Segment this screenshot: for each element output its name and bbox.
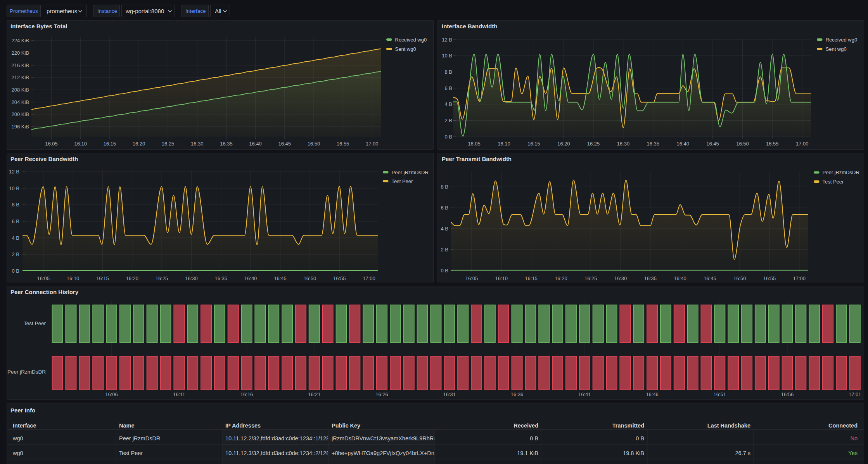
svg-text:Peer Receive Bandwidth: Peer Receive Bandwidth — [10, 156, 78, 162]
svg-text:Peer Connection History: Peer Connection History — [10, 289, 79, 295]
svg-text:216 KiB: 216 KiB — [11, 62, 29, 68]
svg-text:16:25: 16:25 — [587, 141, 600, 147]
svg-text:208 KiB: 208 KiB — [11, 87, 29, 93]
svg-text:16:55: 16:55 — [337, 141, 349, 147]
svg-text:16:45: 16:45 — [278, 141, 291, 147]
svg-text:8 B: 8 B — [441, 184, 448, 190]
svg-text:Test Peer: Test Peer — [119, 450, 143, 456]
svg-text:4 B: 4 B — [12, 235, 19, 241]
svg-text:Test Peer: Test Peer — [823, 179, 844, 185]
svg-text:16:35: 16:35 — [647, 141, 660, 147]
svg-text:204 KiB: 204 KiB — [11, 99, 29, 105]
svg-text:17:00: 17:00 — [796, 141, 809, 147]
svg-text:16:26: 16:26 — [375, 391, 388, 397]
svg-text:16:20: 16:20 — [133, 141, 145, 147]
svg-text:Interface: Interface — [13, 422, 36, 429]
svg-text:16:20: 16:20 — [557, 141, 570, 147]
svg-text:12 B: 12 B — [442, 37, 452, 43]
svg-text:16:36: 16:36 — [511, 391, 524, 397]
svg-text:16:25: 16:25 — [584, 275, 597, 281]
svg-text:16:50: 16:50 — [304, 275, 316, 281]
svg-text:8 B: 8 B — [12, 202, 19, 208]
svg-text:16:30: 16:30 — [617, 141, 630, 147]
svg-text:19.8 KiB: 19.8 KiB — [623, 450, 644, 456]
svg-text:196 KiB: 196 KiB — [11, 124, 29, 130]
svg-text:17:00: 17:00 — [363, 275, 375, 281]
svg-text:Received: Received — [514, 422, 538, 429]
svg-text:200 KiB: 200 KiB — [11, 111, 29, 117]
svg-text:0 B: 0 B — [636, 435, 644, 441]
svg-text:16:05: 16:05 — [468, 141, 481, 147]
svg-text:wg0: wg0 — [12, 435, 23, 441]
svg-text:16:40: 16:40 — [244, 275, 257, 281]
svg-text:17:00: 17:00 — [366, 141, 379, 147]
svg-text:16:11: 16:11 — [173, 391, 185, 397]
svg-text:Peer jRzmDsDR: Peer jRzmDsDR — [823, 170, 859, 175]
svg-text:Peer jRzmDsDR: Peer jRzmDsDR — [7, 369, 46, 375]
svg-text:2 B: 2 B — [444, 118, 452, 123]
svg-text:16:40: 16:40 — [676, 141, 689, 147]
svg-text:16:06: 16:06 — [105, 391, 118, 397]
svg-text:16:20: 16:20 — [555, 275, 567, 281]
svg-text:19.1 KiB: 19.1 KiB — [517, 450, 538, 456]
svg-text:10.11.12.3/32,fdfd:d3ad:c0de:1: 10.11.12.3/32,fdfd:d3ad:c0de:1234::2/128 — [225, 450, 329, 456]
svg-text:16:25: 16:25 — [162, 141, 175, 147]
svg-text:16:30: 16:30 — [614, 275, 627, 281]
svg-text:16:15: 16:15 — [96, 275, 109, 281]
svg-text:10.11.12.2/32,fdfd:d3ad:c0de:1: 10.11.12.2/32,fdfd:d3ad:c0de:1234::1/128 — [225, 435, 329, 441]
svg-text:16:16: 16:16 — [240, 391, 253, 397]
svg-text:16:10: 16:10 — [495, 275, 508, 281]
svg-text:4 B: 4 B — [441, 226, 448, 232]
svg-text:8 B: 8 B — [444, 69, 452, 75]
svg-text:16:46: 16:46 — [646, 391, 659, 397]
svg-text:Peer Transmit Bandwidth: Peer Transmit Bandwidth — [442, 156, 512, 162]
svg-text:Connected: Connected — [828, 422, 858, 429]
svg-text:16:25: 16:25 — [156, 275, 168, 281]
svg-text:16:05: 16:05 — [45, 141, 58, 147]
svg-text:Received wg0: Received wg0 — [826, 37, 858, 43]
svg-text:16:05: 16:05 — [37, 275, 50, 281]
svg-text:16:15: 16:15 — [527, 141, 540, 147]
svg-text:Test Peer: Test Peer — [24, 320, 46, 326]
svg-text:224 KiB: 224 KiB — [11, 38, 29, 43]
svg-text:16:41: 16:41 — [578, 391, 591, 397]
svg-text:Received wg0: Received wg0 — [395, 37, 427, 43]
svg-text:16:10: 16:10 — [67, 275, 80, 281]
svg-text:16:45: 16:45 — [274, 275, 287, 281]
svg-text:6 B: 6 B — [444, 85, 452, 91]
svg-text:17:01: 17:01 — [849, 391, 861, 397]
svg-text:16:15: 16:15 — [104, 141, 116, 147]
svg-text:10 B: 10 B — [9, 185, 19, 191]
svg-text:Interface Bandwidth: Interface Bandwidth — [442, 23, 497, 29]
svg-text:Sent wg0: Sent wg0 — [826, 46, 847, 52]
svg-text:16:50: 16:50 — [736, 141, 749, 147]
svg-text:4 B: 4 B — [444, 101, 452, 107]
svg-text:16:35: 16:35 — [644, 275, 657, 281]
svg-text:16:55: 16:55 — [766, 141, 779, 147]
svg-text:No: No — [850, 435, 858, 441]
svg-text:16:56: 16:56 — [781, 391, 794, 397]
svg-text:220 KiB: 220 KiB — [11, 50, 29, 56]
svg-text:Peer jRzmDsDR: Peer jRzmDsDR — [119, 435, 160, 441]
svg-text:IP Addresses: IP Addresses — [225, 422, 261, 429]
svg-text:10 B: 10 B — [442, 53, 452, 59]
svg-text:wg0: wg0 — [12, 450, 23, 456]
svg-text:16:20: 16:20 — [126, 275, 139, 281]
svg-text:Last Handshake: Last Handshake — [707, 422, 750, 429]
svg-text:+8he+pyWH7Oa9g2FVjIxQzy04brLX+: +8he+pyWH7Oa9g2FVjIxQzy04brLX+DnR8pL1mzy… — [332, 450, 472, 456]
svg-text:Public Key: Public Key — [332, 422, 360, 429]
svg-text:Test Peer: Test Peer — [392, 178, 413, 184]
svg-text:Name: Name — [119, 422, 135, 429]
svg-text:16:55: 16:55 — [763, 275, 776, 281]
svg-text:16:35: 16:35 — [215, 275, 228, 281]
svg-text:26.7 s: 26.7 s — [735, 450, 751, 456]
svg-text:16:31: 16:31 — [443, 391, 456, 397]
svg-text:0 B: 0 B — [444, 134, 452, 140]
svg-text:16:50: 16:50 — [733, 275, 746, 281]
svg-text:0 B: 0 B — [12, 268, 19, 274]
svg-text:17:00: 17:00 — [793, 275, 806, 281]
svg-text:212 KiB: 212 KiB — [11, 74, 29, 80]
svg-text:16:10: 16:10 — [498, 141, 510, 147]
svg-text:Interface Bytes Total: Interface Bytes Total — [10, 23, 67, 29]
svg-text:16:50: 16:50 — [308, 141, 320, 147]
